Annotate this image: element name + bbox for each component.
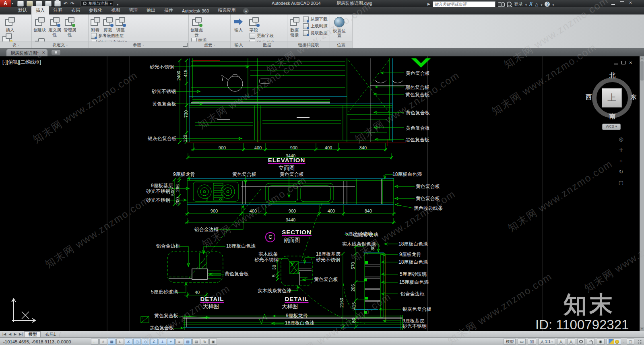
viewcube-top-face[interactable]: 上 [602, 88, 622, 107]
navigation-bar[interactable]: ◎ ✛ ○ ↻ ▢ [617, 136, 625, 186]
app-menu-caret-icon[interactable]: ▾ [12, 1, 13, 6]
model-tab[interactable]: 模型 [24, 331, 41, 337]
ribbon-tab-布局[interactable]: 布局 [67, 6, 85, 14]
toggle-polar-tracking[interactable]: ∠ [125, 339, 132, 345]
adjust-button[interactable]: 调整 [115, 16, 126, 32]
toggle-dynamic-ucs[interactable]: ⊥ [159, 339, 166, 345]
workspace-switch-icon[interactable] [577, 339, 585, 345]
download-from-source-button[interactable]: 从源下载 [303, 16, 327, 23]
help-icon[interactable]: ? [545, 2, 550, 7]
ribbon-tab-注释[interactable]: 注释 [49, 6, 67, 14]
last-tab-icon[interactable]: ▶| [18, 332, 23, 336]
toggle-selection-cycling[interactable]: ↻ [201, 339, 208, 345]
viewcube[interactable]: 上 [592, 78, 632, 118]
data-link-button[interactable]: 数据链接 [289, 16, 300, 37]
open-file-icon[interactable] [27, 1, 33, 6]
vertical-scrollbar[interactable]: ▲ ▼ [640, 56, 644, 331]
toggle-lineweight[interactable]: ≡ [175, 339, 183, 345]
app-menu-button[interactable]: A [0, 0, 11, 7]
undo-icon[interactable]: ↶ [64, 1, 68, 6]
exchange-apps-icon[interactable]: X [529, 1, 533, 7]
annotation-scale-button[interactable]: 人 1:1 [538, 339, 555, 345]
file-tab-close-icon[interactable]: ✕ [42, 50, 45, 55]
new-drawing-button[interactable] [52, 50, 60, 55]
panel-launcher-icon[interactable] [183, 43, 188, 47]
scroll-up-icon[interactable]: ▲ [640, 56, 644, 60]
quick-view-layouts-icon[interactable]: ▭ [518, 339, 525, 345]
showmotion-icon[interactable]: ▢ [617, 180, 625, 186]
infocenter-collapse-icon[interactable]: ▶ [427, 2, 430, 6]
insert-block-button[interactable]: 插入 [1, 16, 19, 32]
panel-point-cloud-title[interactable]: 点云 [189, 41, 230, 48]
autodesk360-icon[interactable]: △ [535, 2, 538, 7]
lock-icon[interactable] [587, 339, 595, 345]
manage-attributes-button[interactable]: 管理属性 [63, 16, 76, 37]
toggle-3d-object-snap[interactable]: ◇ [142, 339, 149, 345]
panel-link-extract-title[interactable]: 链接和提取 [287, 41, 330, 48]
panel-reference-title[interactable]: 参照 [89, 41, 188, 48]
clean-screen-button[interactable]: ▢ [627, 339, 634, 345]
pan-icon[interactable]: ✛ [617, 147, 625, 153]
redo-icon[interactable]: ↷ [70, 1, 74, 6]
toggle-dynamic-input[interactable]: + [167, 339, 175, 345]
field-button[interactable]: 字段 [248, 16, 259, 32]
clip-button[interactable]: 剪裁 [102, 16, 113, 32]
orbit-icon[interactable]: ↻ [617, 169, 625, 175]
next-tab-icon[interactable]: ▶ [13, 332, 17, 336]
search-input[interactable] [433, 1, 495, 7]
define-attributes-button[interactable]: 定义属性 [48, 16, 61, 37]
viewcube-east[interactable]: 东 [630, 93, 636, 101]
first-tab-icon[interactable]: |◀ [2, 332, 7, 336]
create-point-cloud-button[interactable]: 创建点云 [190, 16, 203, 37]
prev-tab-icon[interactable]: ◀ [8, 332, 12, 336]
create-block-button[interactable]: 创建块 [33, 16, 46, 32]
ribbon-tab-精选应用[interactable]: 精选应用 [213, 6, 240, 14]
toggle-quick-properties[interactable]: ▤ [192, 339, 200, 345]
ribbon-tab-插件[interactable]: 插件 [160, 6, 178, 14]
hardware-acceleration-icon[interactable]: ◉ [597, 339, 605, 345]
ribbon-tab-管理[interactable]: 管理 [124, 6, 142, 14]
signin-person-icon[interactable] [507, 2, 512, 6]
drawing-restore-icon[interactable] [621, 61, 625, 64]
ribbon-tab-输出[interactable]: 输出 [142, 6, 160, 14]
viewcube-west[interactable]: 西 [586, 93, 592, 101]
close-icon[interactable]: × [629, 1, 632, 5]
zoom-icon[interactable]: ○ [617, 158, 625, 164]
drawing-minimize-icon[interactable] [614, 64, 618, 64]
toggle-snap-mode[interactable]: # [99, 339, 107, 345]
statusbar-grip[interactable] [638, 340, 642, 344]
attach-button[interactable]: 附着 [90, 16, 101, 32]
update-field-button[interactable]: 更新字段 [250, 32, 275, 39]
annotation-autoscale-icon[interactable]: 人 [567, 339, 575, 345]
ribbon-tab-参数化[interactable]: 参数化 [85, 6, 107, 14]
toggle-ortho-mode[interactable]: L [116, 339, 124, 345]
panel-block-definition-title[interactable]: 块定义 [32, 41, 88, 48]
viewport-controls[interactable]: [-][俯视][二维线框] [2, 59, 41, 66]
scroll-down-icon[interactable]: ▼ [640, 327, 644, 331]
wcs-dropdown[interactable]: WCS ▾ [602, 124, 621, 130]
panel-import-title[interactable]: 输入 [231, 41, 247, 48]
toggle-infer-constraints[interactable]: ⌐ [91, 339, 99, 345]
panel-block-title[interactable]: 块 [0, 41, 31, 48]
toggle-transparency[interactable]: ▨ [184, 339, 192, 345]
search-binoculars-icon[interactable] [498, 2, 504, 6]
signin-label[interactable]: 登录 [514, 1, 523, 7]
toggle-object-snap-tracking[interactable]: ∠ [150, 339, 158, 345]
status-menu-caret-icon[interactable] [623, 339, 625, 344]
save-icon[interactable] [36, 1, 42, 6]
toggle-annotation-monitor[interactable]: ▣ [209, 339, 217, 345]
model-space-button[interactable]: 模型 [504, 339, 516, 345]
layout1-tab[interactable]: 布局1 [41, 332, 61, 337]
annotation-visibility-icon[interactable]: 人 [557, 339, 565, 345]
workspace-dropdown[interactable]: 草图与注释 [80, 0, 114, 6]
toggle-grid-display[interactable]: ▦ [108, 339, 116, 345]
quick-view-drawings-icon[interactable]: ▯▯ [528, 339, 536, 345]
ribbon-tab-视图[interactable]: 视图 [107, 6, 124, 14]
toggle-object-snap[interactable]: ◻ [133, 339, 141, 345]
isolate-objects-icon[interactable] [607, 339, 621, 345]
save-as-icon[interactable] [45, 1, 52, 6]
scrollbar-thumb[interactable] [640, 61, 644, 81]
viewcube-south[interactable]: 南 [609, 113, 615, 120]
drawing-close-icon[interactable]: × [629, 60, 632, 65]
viewcube-north[interactable]: 北 [609, 72, 615, 79]
